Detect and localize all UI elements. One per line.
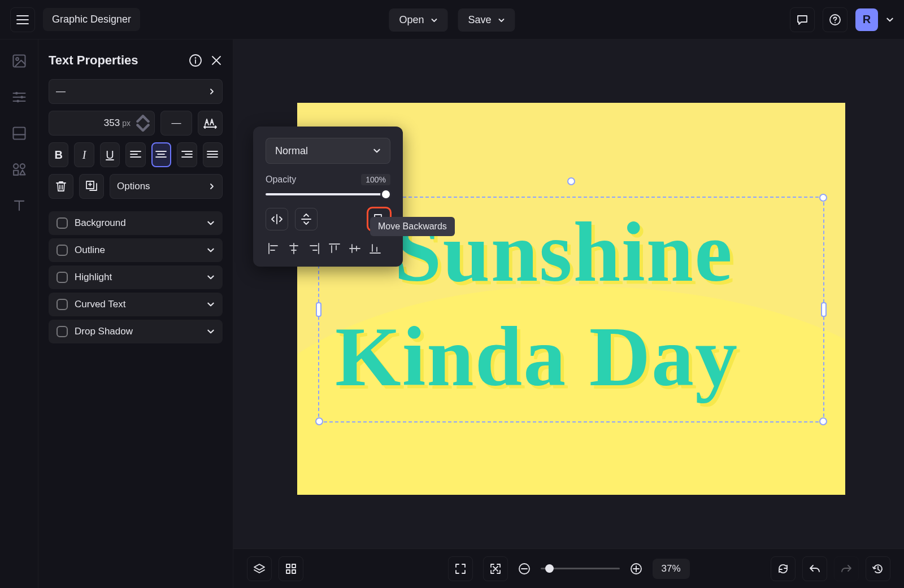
accordion-label: Outline [75, 245, 207, 256]
checkbox[interactable] [56, 245, 68, 256]
undo-icon [809, 564, 821, 574]
svg-point-4 [15, 92, 18, 95]
close-icon[interactable] [210, 54, 223, 67]
align-center-button[interactable] [151, 142, 172, 167]
menu-button[interactable] [10, 7, 35, 32]
svg-rect-17 [292, 564, 295, 568]
flip-horizontal-button[interactable] [266, 208, 288, 230]
letter-spacing-button[interactable] [198, 111, 223, 136]
align-left-button[interactable] [125, 142, 145, 167]
blend-mode-select[interactable]: Normal [266, 138, 390, 164]
checkbox[interactable] [56, 299, 68, 310]
align-h-center-icon [288, 242, 300, 255]
refresh-button[interactable] [771, 556, 796, 581]
delete-button[interactable] [49, 174, 73, 199]
align-right-button[interactable] [177, 142, 197, 167]
checkbox[interactable] [56, 326, 68, 337]
layers-icon [253, 563, 266, 575]
redo-icon [840, 564, 853, 574]
undo-button[interactable] [802, 556, 827, 581]
grid-icon [285, 563, 297, 574]
zoom-slider[interactable] [540, 568, 619, 569]
comments-button[interactable] [790, 7, 815, 32]
font-family-field[interactable]: — [49, 79, 223, 104]
chevron-down-icon [498, 17, 505, 24]
letter-spacing-icon [203, 117, 217, 129]
font-size-field[interactable]: 353 px [49, 111, 155, 136]
open-label: Open [399, 14, 424, 26]
help-button[interactable] [823, 7, 847, 32]
align-vertical-center-button[interactable] [347, 241, 363, 256]
align-left-icon [130, 150, 141, 159]
font-family-value: — [56, 86, 66, 97]
avatar[interactable]: R [855, 8, 878, 31]
info-icon[interactable] [189, 54, 202, 67]
svg-point-3 [16, 58, 19, 60]
italic-icon: I [82, 149, 86, 162]
options-dropdown[interactable]: Options [110, 174, 223, 199]
chevron-down-icon [207, 246, 215, 254]
align-top-edges-icon [328, 242, 341, 255]
selection-handle[interactable] [821, 302, 827, 317]
fit-screen-button[interactable] [447, 556, 472, 581]
duplicate-button[interactable] [79, 174, 104, 199]
selection-handle[interactable] [316, 302, 321, 317]
slider-handle[interactable] [545, 564, 553, 573]
size-stepper[interactable] [136, 115, 150, 132]
accordion-curved-text[interactable]: Curved Text [49, 293, 223, 316]
underline-button[interactable]: U [100, 142, 120, 167]
checkbox[interactable] [56, 217, 68, 229]
actual-size-button[interactable] [483, 556, 507, 581]
align-horizontal-center-button[interactable] [286, 241, 302, 256]
shapes-tool-icon[interactable] [11, 162, 27, 177]
selection-handle[interactable] [819, 417, 827, 425]
trash-icon [55, 180, 67, 193]
italic-button[interactable]: I [74, 142, 94, 167]
selection-handle[interactable] [315, 417, 323, 425]
align-justify-button[interactable] [203, 142, 223, 167]
line-height-value: — [172, 117, 181, 129]
align-bottom-edges-button[interactable] [367, 241, 383, 256]
grid-button[interactable] [279, 556, 303, 581]
layout-tool-icon[interactable] [11, 125, 27, 141]
checkbox[interactable] [56, 272, 68, 283]
image-tool-icon[interactable] [11, 53, 27, 69]
opacity-slider[interactable] [266, 193, 390, 195]
zoom-out-button[interactable] [518, 563, 530, 575]
accordion-drop-shadow[interactable]: Drop Shadow [49, 320, 223, 343]
chevron-down-icon[interactable] [886, 16, 894, 24]
save-dropdown[interactable]: Save [458, 8, 515, 32]
opacity-value: 100% [361, 174, 390, 185]
accordion-outline[interactable]: Outline [49, 238, 223, 262]
chevron-right-icon [208, 88, 215, 95]
history-button[interactable] [866, 556, 890, 581]
save-label: Save [468, 14, 492, 26]
align-left-edges-button[interactable] [266, 241, 281, 256]
accordion-background[interactable]: Background [49, 211, 223, 235]
text-tool-icon[interactable] [11, 198, 27, 214]
align-top-edges-button[interactable] [327, 241, 342, 256]
slider-handle[interactable] [380, 189, 392, 200]
line-height-field[interactable]: — [160, 111, 192, 136]
layers-button[interactable] [247, 556, 272, 581]
redo-button[interactable] [834, 556, 859, 581]
accordion-highlight[interactable]: Highlight [49, 265, 223, 289]
open-dropdown[interactable]: Open [389, 8, 447, 32]
zoom-in-button[interactable] [629, 563, 642, 575]
selection-handle-rotate[interactable] [567, 177, 575, 185]
zoom-value[interactable]: 37% [652, 559, 689, 579]
adjust-tool-icon[interactable] [11, 89, 27, 105]
chevron-down-icon [373, 147, 381, 155]
selection-handle[interactable] [819, 194, 827, 202]
align-right-edges-button[interactable] [306, 241, 322, 256]
align-right-icon [181, 150, 193, 159]
tooltip: Move Backwards [370, 217, 455, 236]
bold-button[interactable]: B [49, 142, 68, 167]
flip-horizontal-icon [271, 214, 283, 225]
flip-vertical-button[interactable] [295, 208, 318, 230]
accordion-label: Background [75, 217, 207, 229]
flip-vertical-icon [301, 213, 312, 225]
font-size-value: 353 [104, 117, 120, 129]
svg-point-5 [20, 96, 23, 99]
canvas[interactable]: Sunshine Kinda Day [233, 40, 904, 548]
